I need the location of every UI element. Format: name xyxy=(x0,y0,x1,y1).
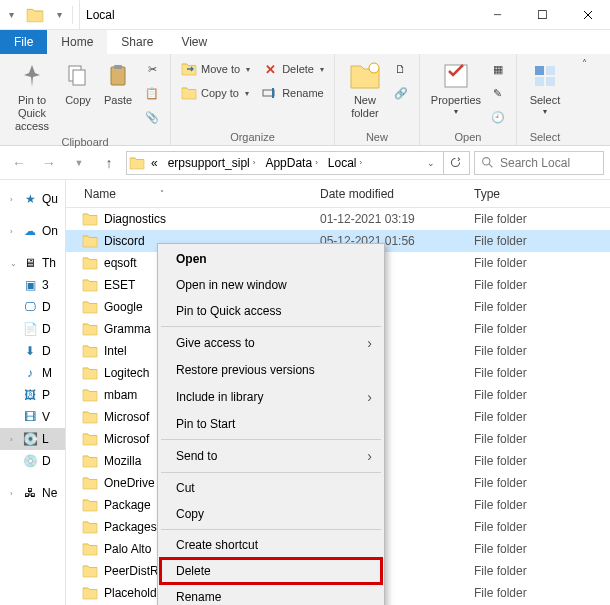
addr-dropdown-button[interactable]: ⌄ xyxy=(421,158,441,168)
ctx-rename[interactable]: Rename xyxy=(160,584,382,605)
nav-localdisk[interactable]: ›💽L xyxy=(0,428,65,450)
nav-onedrive[interactable]: ›☁On xyxy=(0,220,65,242)
col-type[interactable]: Type xyxy=(474,187,610,201)
delete-label: Delete xyxy=(282,63,314,75)
folder-icon xyxy=(82,255,98,271)
refresh-button[interactable] xyxy=(443,152,467,174)
cloud-icon: ☁ xyxy=(22,223,38,239)
ctx-give-access[interactable]: Give access to xyxy=(160,329,382,357)
nav-back-button[interactable]: ← xyxy=(6,150,32,176)
file-name: Mozilla xyxy=(104,454,141,468)
ctx-pin-start[interactable]: Pin to Start xyxy=(160,411,382,437)
paste-button[interactable]: Paste xyxy=(98,56,138,107)
3d-icon: ▣ xyxy=(22,277,38,293)
crumb-seg2[interactable]: AppData› xyxy=(261,156,321,170)
nav-up-button[interactable]: ↑ xyxy=(96,150,122,176)
copy-button[interactable]: Copy xyxy=(58,56,98,107)
table-row[interactable]: Diagnostics01-12-2021 03:19File folder xyxy=(66,208,610,230)
tab-share[interactable]: Share xyxy=(107,30,167,54)
cut-small-button[interactable]: ✂ xyxy=(140,58,164,80)
nav-videos[interactable]: 🎞V xyxy=(0,406,65,428)
tab-home[interactable]: Home xyxy=(47,30,107,54)
history-small-button[interactable]: 🕘 xyxy=(486,106,510,128)
col-date[interactable]: Date modified xyxy=(320,187,474,201)
cell-type: File folder xyxy=(474,388,610,402)
open-group-label: Open xyxy=(426,129,510,145)
ctx-restore[interactable]: Restore previous versions xyxy=(160,357,382,383)
copy-to-button[interactable]: Copy to xyxy=(177,82,254,104)
nav-desktop[interactable]: 🖵D xyxy=(0,296,65,318)
nav-quick-access[interactable]: ›★Qu xyxy=(0,188,65,210)
copyto-label: Copy to xyxy=(201,87,239,99)
rename-button[interactable]: Rename xyxy=(258,82,328,104)
minimize-button[interactable] xyxy=(475,0,520,30)
file-name: mbam xyxy=(104,388,137,402)
easy-access-button[interactable]: 🔗 xyxy=(389,82,413,104)
nav-music[interactable]: ♪M xyxy=(0,362,65,384)
maximize-button[interactable] xyxy=(520,0,565,30)
col-name[interactable]: Name˄ xyxy=(66,187,320,201)
properties-button[interactable]: Properties ▾ xyxy=(426,56,486,117)
delete-icon: ✕ xyxy=(262,61,278,77)
tab-file[interactable]: File xyxy=(0,30,47,54)
svg-rect-2 xyxy=(111,67,125,85)
paste-label: Paste xyxy=(104,94,132,107)
pasteshortcut-small-button[interactable]: 📎 xyxy=(140,106,164,128)
cell-type: File folder xyxy=(474,542,610,556)
new-folder-button[interactable]: New folder xyxy=(341,56,389,120)
music-icon: ♪ xyxy=(22,365,38,381)
select-button[interactable]: Select ▾ xyxy=(523,56,567,117)
ctx-include-library[interactable]: Include in library xyxy=(160,383,382,411)
file-name: Diagnostics xyxy=(104,212,166,226)
nav-recent-button[interactable]: ▼ xyxy=(66,150,92,176)
disk-icon: 💽 xyxy=(22,431,38,447)
edit-small-button[interactable]: ✎ xyxy=(486,82,510,104)
file-name: Microsof xyxy=(104,410,149,424)
ctx-delete[interactable]: Delete xyxy=(160,558,382,584)
ctx-open-new-window[interactable]: Open in new window xyxy=(160,272,382,298)
new-item-button[interactable]: 🗋 xyxy=(389,58,413,80)
file-name: PeerDistR xyxy=(104,564,159,578)
crumb-seg1[interactable]: erpsupport_sipl› xyxy=(164,156,260,170)
cell-type: File folder xyxy=(474,410,610,424)
copypath-small-button[interactable]: 📋 xyxy=(140,82,164,104)
ctx-cut[interactable]: Cut xyxy=(160,475,382,501)
crumb-seg3[interactable]: Local› xyxy=(324,156,366,170)
nav-thispc[interactable]: ⌄🖥Th xyxy=(0,252,65,274)
search-box[interactable]: Search Local xyxy=(474,151,604,175)
move-to-button[interactable]: Move to xyxy=(177,58,254,80)
pin-quick-access-button[interactable]: Pin to Quick access xyxy=(6,56,58,134)
ctx-open[interactable]: Open xyxy=(160,246,382,272)
nav-3d[interactable]: ▣3 xyxy=(0,274,65,296)
downloads-icon: ⬇ xyxy=(22,343,38,359)
ctx-create-shortcut[interactable]: Create shortcut xyxy=(160,532,382,558)
window-title: Local xyxy=(79,0,115,29)
folder-icon xyxy=(82,541,98,557)
nav-dvd[interactable]: 💿D xyxy=(0,450,65,472)
qa-dropdown-icon[interactable]: ▾ xyxy=(0,9,22,20)
address-bar[interactable]: « erpsupport_sipl› AppData› Local› ⌄ xyxy=(126,151,470,175)
ctx-send-to[interactable]: Send to xyxy=(160,442,382,470)
crumb-ellipsis[interactable]: « xyxy=(147,156,162,170)
ribbon-collapse-button[interactable]: ˄ xyxy=(573,54,597,145)
cell-date: 01-12-2021 03:19 xyxy=(320,212,474,226)
ctx-pin-quick[interactable]: Pin to Quick access xyxy=(160,298,382,324)
nav-pane[interactable]: ›★Qu ›☁On ⌄🖥Th ▣3 🖵D 📄D ⬇D ♪M 🖼P 🎞V ›💽L … xyxy=(0,180,66,605)
nav-pictures[interactable]: 🖼P xyxy=(0,384,65,406)
nav-documents[interactable]: 📄D xyxy=(0,318,65,340)
qa-dropdown2-icon[interactable]: ▾ xyxy=(48,9,70,20)
nav-network[interactable]: ›🖧Ne xyxy=(0,482,65,504)
svg-rect-10 xyxy=(535,77,544,86)
folder-icon xyxy=(82,365,98,381)
nav-downloads[interactable]: ⬇D xyxy=(0,340,65,362)
tab-view[interactable]: View xyxy=(167,30,221,54)
folder-icon xyxy=(82,497,98,513)
videos-icon: 🎞 xyxy=(22,409,38,425)
close-button[interactable] xyxy=(565,0,610,30)
cell-type: File folder xyxy=(474,300,610,314)
svg-rect-3 xyxy=(114,65,122,69)
delete-button[interactable]: ✕ Delete xyxy=(258,58,328,80)
easyaccess-icon: 🔗 xyxy=(393,85,409,101)
open-small-button[interactable]: ▦ xyxy=(486,58,510,80)
ctx-copy[interactable]: Copy xyxy=(160,501,382,527)
